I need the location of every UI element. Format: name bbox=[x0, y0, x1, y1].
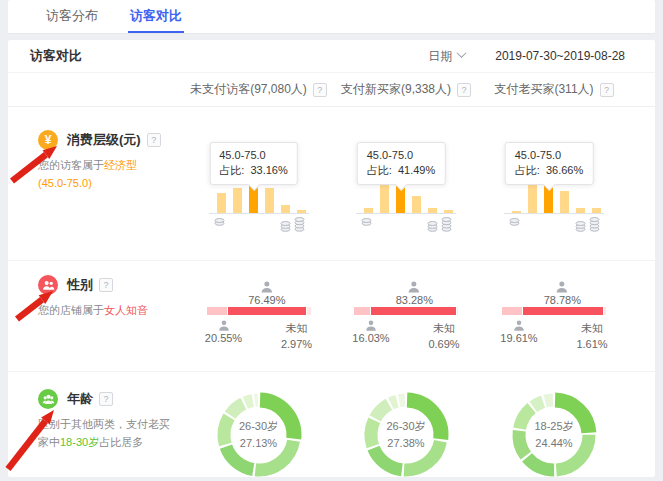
male-stat: 16.03% bbox=[348, 320, 394, 344]
column-header-repeat-buyers: 支付老买家(311人) ? bbox=[480, 73, 628, 106]
gender-bar[interactable] bbox=[207, 307, 311, 315]
column-header-unpaid-visitors: 未支付访客(97,080人) ? bbox=[185, 73, 332, 106]
male-icon bbox=[513, 320, 525, 331]
chart-tooltip: 45.0-75.0 占比: 41.49% bbox=[357, 142, 446, 185]
help-icon[interactable]: ? bbox=[600, 83, 614, 97]
tab-visitor-distribution[interactable]: 访客分布 bbox=[44, 0, 100, 33]
section-consumption-level: ¥ 消费层级(元) ? 您的访客属于经济型(45.0-75.0) 45.0-75… bbox=[8, 107, 655, 260]
coin-stack-icon bbox=[426, 220, 439, 233]
column-headers: 未支付访客(97,080人) ? 支付新买家(9,338人) ? 支付老买家(3… bbox=[8, 73, 655, 107]
consumption-chart-repeat-buyers[interactable]: 45.0-75.0 占比: 36.66% bbox=[480, 107, 628, 260]
coin-stack-icon bbox=[279, 220, 292, 233]
page-title: 访客对比 bbox=[30, 47, 82, 65]
tab-visitor-compare[interactable]: 访客对比 bbox=[128, 0, 184, 33]
visitor-compare-panel: 访客对比 日期 2019-07-30~2019-08-28 未支付访客(97,0… bbox=[8, 40, 655, 477]
female-icon bbox=[556, 281, 569, 293]
coin-stack-icon bbox=[574, 220, 587, 233]
gender-people-icon bbox=[38, 275, 58, 295]
unknown-stat: 未知 2.97% bbox=[273, 320, 321, 352]
help-icon[interactable]: ? bbox=[99, 278, 113, 292]
coin-stack-icon bbox=[293, 216, 306, 233]
male-icon bbox=[365, 320, 377, 331]
help-icon[interactable]: ? bbox=[99, 392, 113, 406]
gender-bar[interactable] bbox=[354, 307, 458, 315]
coin-stack-icon bbox=[588, 216, 601, 233]
section-age: 年龄 ? 区别于其他两类，支付老买家中18-30岁占比居多 26-30岁 27.… bbox=[8, 371, 655, 480]
consumption-label-cell: ¥ 消费层级(元) ? 您的访客属于经济型(45.0-75.0) bbox=[8, 107, 185, 260]
female-icon bbox=[260, 281, 273, 293]
help-icon[interactable]: ? bbox=[457, 83, 471, 97]
consumption-chart-new-buyers[interactable]: 45.0-75.0 占比: 41.49% bbox=[332, 107, 480, 260]
price-scale-icons bbox=[356, 214, 456, 240]
age-label-cell: 年龄 ? 区别于其他两类，支付老买家中18-30岁占比居多 bbox=[8, 372, 185, 480]
female-icon bbox=[408, 281, 421, 293]
unknown-stat: 未知 0.69% bbox=[420, 320, 468, 352]
donut-center-label: 26-30岁 27.38% bbox=[361, 418, 451, 452]
help-icon[interactable]: ? bbox=[313, 83, 327, 97]
tab-bar: 访客分布 访客对比 bbox=[8, 0, 655, 34]
age-chart-unpaid[interactable]: 26-30岁 27.13% bbox=[185, 372, 332, 480]
gender-label-cell: 性别 ? 您的店铺属于女人知音 bbox=[8, 261, 185, 371]
unknown-stat: 未知 1.61% bbox=[568, 320, 616, 352]
section-description: 区别于其他两类，支付老买家中18-30岁占比居多 bbox=[38, 415, 172, 451]
yen-coin-icon: ¥ bbox=[38, 130, 58, 150]
panel-header: 访客对比 日期 2019-07-30~2019-08-28 bbox=[8, 40, 655, 73]
consumption-chart-unpaid[interactable]: 45.0-75.0 占比: 33.16% bbox=[185, 107, 332, 260]
gender-chart-repeat-buyers[interactable]: 78.78% 19.61% 未知 1.61% bbox=[480, 261, 628, 371]
section-description: 您的店铺属于女人知音 bbox=[38, 301, 156, 319]
section-description: 您的访客属于经济型(45.0-75.0) bbox=[38, 156, 156, 192]
age-group-icon bbox=[38, 389, 58, 409]
price-scale-icons bbox=[504, 214, 604, 240]
price-scale-icons bbox=[209, 214, 309, 240]
help-icon[interactable]: ? bbox=[147, 133, 161, 147]
date-filter-dropdown[interactable]: 日期 bbox=[428, 48, 465, 65]
section-title: 消费层级(元) bbox=[67, 131, 141, 149]
male-icon bbox=[218, 320, 230, 331]
age-chart-repeat-buyers[interactable]: 18-25岁 24.44% bbox=[480, 372, 628, 480]
section-title: 性别 bbox=[67, 276, 93, 294]
male-stat: 20.55% bbox=[201, 320, 247, 344]
age-chart-new-buyers[interactable]: 26-30岁 27.38% bbox=[332, 372, 480, 480]
date-range-value[interactable]: 2019-07-30~2019-08-28 bbox=[495, 49, 625, 63]
female-stat: 83.28% bbox=[396, 281, 433, 306]
coin-stack-icon bbox=[440, 216, 453, 233]
chart-tooltip: 45.0-75.0 占比: 33.16% bbox=[209, 142, 298, 185]
coin-icon bbox=[508, 217, 521, 227]
male-stat: 19.61% bbox=[496, 320, 542, 344]
coin-icon bbox=[360, 217, 373, 227]
chevron-down-icon bbox=[457, 48, 467, 58]
gender-chart-new-buyers[interactable]: 83.28% 16.03% 未知 0.69% bbox=[332, 261, 480, 371]
gender-chart-unpaid[interactable]: 76.49% 20.55% 未知 2.97% bbox=[185, 261, 332, 371]
section-gender: 性别 ? 您的店铺属于女人知音 76.49% 20.55% 未知 bbox=[8, 260, 655, 371]
chart-tooltip: 45.0-75.0 占比: 36.66% bbox=[505, 142, 594, 185]
date-filter-label: 日期 bbox=[428, 48, 452, 65]
coin-icon bbox=[213, 217, 226, 227]
donut-center-label: 18-25岁 24.44% bbox=[509, 418, 599, 452]
column-header-new-buyers: 支付新买家(9,338人) ? bbox=[332, 73, 480, 106]
donut-center-label: 26-30岁 27.13% bbox=[214, 418, 304, 452]
female-stat: 76.49% bbox=[248, 281, 285, 306]
gender-bar[interactable] bbox=[502, 307, 606, 315]
section-title: 年龄 bbox=[67, 390, 93, 408]
female-stat: 78.78% bbox=[544, 281, 581, 306]
